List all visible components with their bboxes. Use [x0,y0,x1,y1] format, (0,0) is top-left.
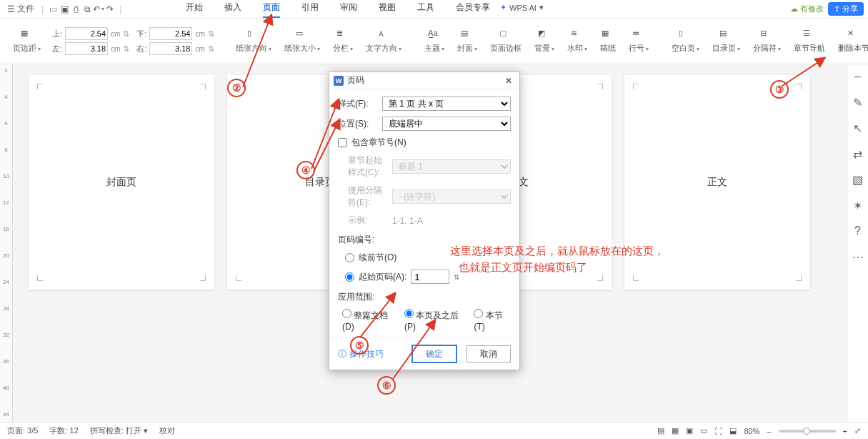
menu-tabs: 开始 插入 页面 引用 审阅 视图 工具 会员专享 [186,1,490,18]
view-icon-1[interactable]: ▤ [657,426,664,435]
rail-pencil-icon[interactable]: ✎ [852,96,864,109]
text-direction-button[interactable]: Ａ文字方向 [364,29,403,54]
status-proof[interactable]: 校对 [159,425,175,436]
page-border-button[interactable]: ▢页面边框 [489,29,523,54]
vertical-ruler: 246810121620242832364044 [0,64,13,422]
tab-ref[interactable]: 引用 [301,1,319,18]
whole-doc-radio[interactable] [342,309,351,318]
status-page[interactable]: 页面: 3/5 [7,425,38,436]
margin-inputs: 上:cm⇅ 下:cm⇅ 左:cm⇅ 右:cm⇅ [52,27,214,55]
example-label: 示例: [348,214,388,227]
line-number-button[interactable]: ⩸行号 [627,29,650,54]
continue-radio[interactable] [345,253,354,262]
app-menu-button[interactable]: ☰ 文件 [4,1,37,16]
redo-icon[interactable]: ↷ [105,4,115,14]
range-title: 应用范围: [338,291,511,303]
spinner-icon[interactable]: ⇅ [454,273,459,281]
after-page-radio[interactable] [404,309,414,318]
wps-ai-button[interactable]: ✦ WPS AI ▾ [500,3,544,12]
margin-left-input[interactable] [65,42,108,55]
rail-flow-icon[interactable]: ⇄ [852,147,864,160]
margin-top-input[interactable] [65,27,108,40]
chapter-nav-button[interactable]: ☰章节导航 [792,29,827,54]
callout-6: ⑥ [377,376,396,395]
status-words[interactable]: 字数: 12 [49,425,78,436]
columns-button[interactable]: ≣分栏 [331,29,354,54]
theme-button[interactable]: A̲a主题 [423,29,446,54]
status-bar: 页面: 3/5 字数: 12 拼写检查: 打开 ▾ 校对 ▤ ▦ ▣ ▭ ⛶ ⬓… [0,422,868,439]
rail-help-icon[interactable]: ? [852,225,864,237]
chapter-style-label: 章节起始样式(C): [348,154,388,179]
rail-cursor-icon[interactable]: ↖ [852,122,864,134]
tab-view[interactable]: 视图 [379,1,396,18]
info-icon: ⓘ [338,348,346,360]
rail-minus-icon[interactable]: – [852,70,864,83]
start-at-label: 起始页码(A): [359,271,406,283]
dialog-titlebar[interactable]: W 页码 ✕ [329,72,519,89]
margin-right-input[interactable] [149,42,192,55]
this-section-radio[interactable] [474,309,483,318]
status-spellcheck[interactable]: 拼写检查: 打开 ▾ [90,425,148,436]
dialog-title: 页码 [347,74,364,87]
view-icon-4[interactable]: ▭ [700,426,707,435]
tab-page[interactable]: 页面 [263,1,280,18]
undo-icon[interactable]: ↶ [94,4,104,14]
style-label: 样式(F): [338,98,378,110]
numbering-title: 页码编号: [338,234,511,246]
separator-label: 使用分隔符(E): [348,184,388,209]
tab-member[interactable]: 会员专享 [456,1,490,18]
rail-layers-icon[interactable]: ▧ [852,173,864,186]
view-icon-2[interactable]: ▦ [672,426,679,435]
rail-tools-icon[interactable]: ✶ [852,199,864,212]
tips-link[interactable]: ⓘ 操作技巧 [338,348,384,360]
cancel-button[interactable]: 取消 [467,345,511,362]
zoom-slider[interactable] [779,430,836,433]
position-select[interactable]: 底端居中 [382,117,511,131]
ok-button[interactable]: 确定 [412,345,457,362]
include-chapter-label: 包含章节号(N) [351,137,406,149]
view-icon-6[interactable]: ⬓ [729,426,737,435]
ribbon: ▦页边距 上:cm⇅ 下:cm⇅ 左:cm⇅ 右:cm⇅ ▯纸张方向 ▭纸张大小… [0,19,868,64]
include-chapter-checkbox[interactable] [338,138,347,147]
modified-indicator: ☁ 有修改 [790,4,824,14]
separator: | [116,3,124,16]
margin-button[interactable]: ▦页边距 [11,29,42,54]
tab-review[interactable]: 审阅 [340,1,357,18]
blank-page-button[interactable]: ▯空白页 [670,29,701,54]
grid-paper-button[interactable]: ▦稿纸 [599,29,617,54]
style-select[interactable]: 第 1 页 共 x 页 [382,97,511,111]
zoom-fit[interactable]: ⤢ [854,426,861,435]
wps-logo-icon: W [334,76,344,86]
print-icon[interactable]: ⎙ [71,4,81,14]
zoom-value[interactable]: 80% [744,427,759,435]
right-sidebar: – ✎ ↖ ⇄ ▧ ✶ ? ⋯ [847,64,868,422]
tab-tool[interactable]: 工具 [417,1,434,18]
continue-label: 续前节(O) [359,252,396,264]
tab-start[interactable]: 开始 [186,1,203,18]
margin-bottom-input[interactable] [149,27,192,40]
paper-size-button[interactable]: ▭纸张大小 [283,29,321,54]
background-button[interactable]: ◩背景 [533,29,556,54]
toc-page-button[interactable]: ▤目录页 [711,29,742,54]
dialog-close-button[interactable]: ✕ [502,76,515,86]
start-at-radio[interactable] [345,272,354,282]
new-icon[interactable]: ▭ [48,4,58,14]
rail-more-icon[interactable]: ⋯ [852,250,864,263]
page-body2[interactable]: 正文 [624,75,810,290]
share-button[interactable]: ⇪ 分享 [828,2,864,16]
page-cover[interactable]: 封面页 [29,75,214,290]
watermark-button[interactable]: ≋水印 [566,29,589,54]
view-icon-5[interactable]: ⛶ [714,427,722,435]
zoom-in[interactable]: + [843,427,847,435]
tab-insert[interactable]: 插入 [224,1,241,18]
start-at-input[interactable] [411,270,449,284]
cover-button[interactable]: ▤封面 [456,29,479,54]
preview-icon[interactable]: ⧉ [82,4,92,14]
separator-button[interactable]: ⊟分隔符 [752,29,782,54]
zoom-out[interactable]: – [767,427,771,435]
paper-orientation-button[interactable]: ▯纸张方向 [234,29,273,54]
open-icon[interactable]: ▣ [59,4,69,14]
view-icon-3[interactable]: ▣ [686,426,693,435]
delete-section-button[interactable]: ✕删除本节 [837,29,868,54]
example-value: 1-1, 1-A [392,216,423,226]
